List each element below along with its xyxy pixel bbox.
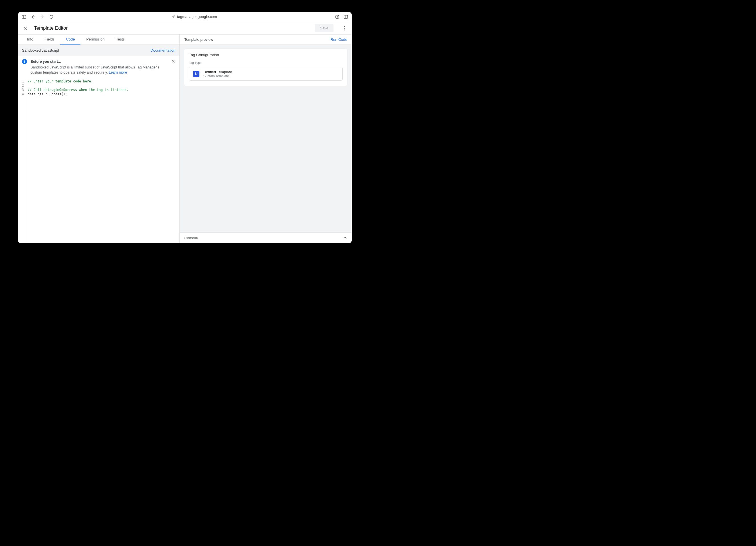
editor-header: Template Editor Save xyxy=(18,22,352,35)
preview-body: Tag Configuration Tag Type U Untitled Te… xyxy=(180,45,352,232)
svg-rect-0 xyxy=(22,15,26,18)
tag-subtitle: Custom Template xyxy=(203,74,232,78)
code-gutter: 1234 xyxy=(18,78,26,243)
url-text: tagmanager.google.com xyxy=(177,15,217,19)
info-banner: i Before you start... Sandboxed JavaScri… xyxy=(18,56,179,78)
tab-permission[interactable]: Permission xyxy=(80,35,110,45)
tabs-icon[interactable] xyxy=(343,14,348,19)
tag-badge-icon: U xyxy=(193,71,199,77)
run-code-button[interactable]: Run Code xyxy=(330,37,347,42)
left-pane: Info Fields Code Permission Tests Sandbo… xyxy=(18,35,180,243)
save-button[interactable]: Save xyxy=(315,24,333,32)
card-title: Tag Configuration xyxy=(189,53,343,57)
more-menu-icon[interactable] xyxy=(341,25,348,32)
learn-more-link[interactable]: Learn more xyxy=(109,70,127,74)
svg-point-11 xyxy=(344,28,345,29)
tag-type-label: Tag Type xyxy=(189,61,343,64)
editor-body: Info Fields Code Permission Tests Sandbo… xyxy=(18,35,352,243)
preview-header: Template preview Run Code xyxy=(180,35,352,45)
page-title: Template Editor xyxy=(34,25,310,31)
close-icon[interactable] xyxy=(22,25,29,32)
code-editor[interactable]: 1234 // Enter your template code here. /… xyxy=(18,78,179,243)
tag-type-row[interactable]: U Untitled Template Custom Template xyxy=(189,67,343,81)
share-icon[interactable] xyxy=(335,14,340,19)
forward-icon[interactable] xyxy=(40,14,45,19)
console-title: Console xyxy=(184,236,198,240)
right-pane: Template preview Run Code Tag Configurat… xyxy=(180,35,352,243)
tab-tests[interactable]: Tests xyxy=(110,35,130,45)
browser-toolbar-left xyxy=(21,14,54,19)
documentation-link[interactable]: Documentation xyxy=(151,48,175,52)
console-bar[interactable]: Console xyxy=(180,232,352,243)
tag-configuration-card: Tag Configuration Tag Type U Untitled Te… xyxy=(184,49,347,86)
browser-toolbar-right xyxy=(335,14,348,19)
reload-icon[interactable] xyxy=(49,14,54,19)
editor-tabs: Info Fields Code Permission Tests xyxy=(18,35,179,45)
link-icon xyxy=(172,15,175,19)
back-icon[interactable] xyxy=(31,14,36,19)
app-window: tagmanager.google.com Template Editor Sa… xyxy=(18,12,352,243)
tab-code[interactable]: Code xyxy=(60,35,80,45)
sidebar-toggle-icon[interactable] xyxy=(21,14,27,19)
tag-text: Untitled Template Custom Template xyxy=(203,70,232,78)
browser-toolbar: tagmanager.google.com xyxy=(18,12,352,22)
code-lines: // Enter your template code here. // Cal… xyxy=(26,78,130,243)
svg-point-10 xyxy=(344,26,345,27)
svg-point-12 xyxy=(344,29,345,30)
tag-name: Untitled Template xyxy=(203,70,232,74)
section-title: Sandboxed JavaScript xyxy=(22,48,59,52)
tab-info[interactable]: Info xyxy=(21,35,39,45)
banner-body: Before you start... Sandboxed JavaScript… xyxy=(31,59,167,75)
info-icon: i xyxy=(22,59,27,64)
tab-fields[interactable]: Fields xyxy=(39,35,60,45)
banner-text: Sandboxed JavaScript is a limited subset… xyxy=(31,65,159,74)
banner-close-icon[interactable] xyxy=(171,59,175,64)
address-bar[interactable]: tagmanager.google.com xyxy=(58,15,331,19)
chevron-up-icon xyxy=(343,236,347,241)
section-header: Sandboxed JavaScript Documentation xyxy=(18,45,179,56)
preview-title: Template preview xyxy=(184,37,213,42)
banner-title: Before you start... xyxy=(31,59,167,64)
